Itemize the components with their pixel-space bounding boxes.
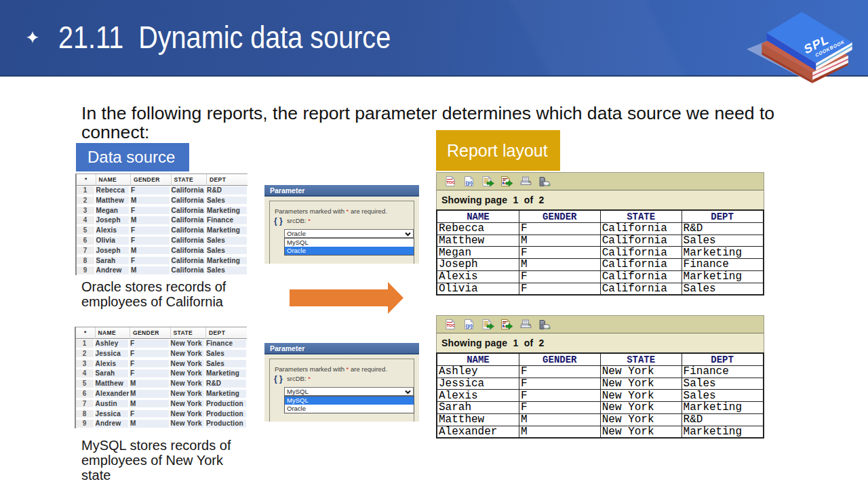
svg-text:{p}: {p} <box>466 323 473 329</box>
svg-text:{p}: {p} <box>466 180 473 186</box>
svg-text:TOC: TOC <box>447 180 456 184</box>
svg-text:TOC: TOC <box>447 323 456 327</box>
